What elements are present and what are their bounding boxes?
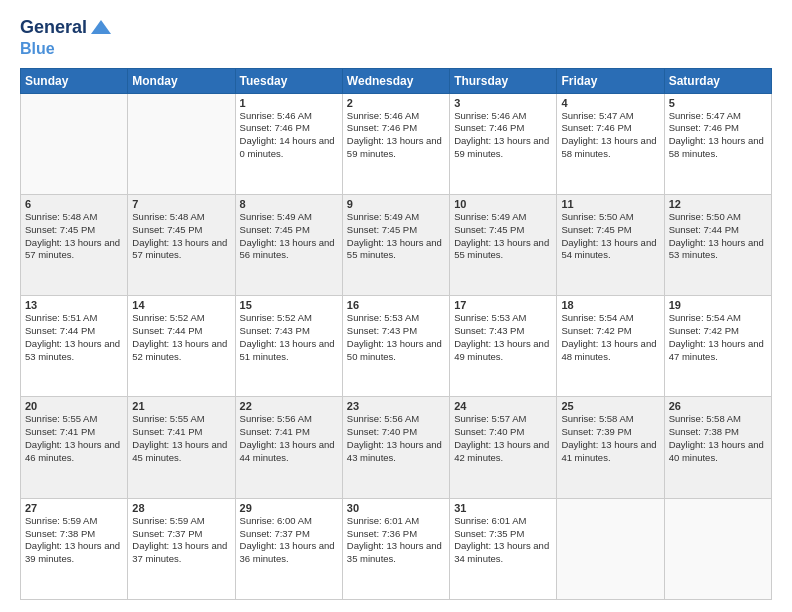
svg-marker-0	[91, 20, 111, 34]
day-number: 28	[132, 502, 230, 514]
day-number: 12	[669, 198, 767, 210]
day-cell: 27Sunrise: 5:59 AM Sunset: 7:38 PM Dayli…	[21, 498, 128, 599]
day-number: 4	[561, 97, 659, 109]
day-info: Sunrise: 5:56 AM Sunset: 7:40 PM Dayligh…	[347, 413, 445, 464]
day-cell: 19Sunrise: 5:54 AM Sunset: 7:42 PM Dayli…	[664, 296, 771, 397]
day-number: 21	[132, 400, 230, 412]
day-info: Sunrise: 5:46 AM Sunset: 7:46 PM Dayligh…	[240, 110, 338, 161]
day-number: 9	[347, 198, 445, 210]
day-cell: 13Sunrise: 5:51 AM Sunset: 7:44 PM Dayli…	[21, 296, 128, 397]
day-cell: 17Sunrise: 5:53 AM Sunset: 7:43 PM Dayli…	[450, 296, 557, 397]
day-cell: 29Sunrise: 6:00 AM Sunset: 7:37 PM Dayli…	[235, 498, 342, 599]
day-info: Sunrise: 5:50 AM Sunset: 7:45 PM Dayligh…	[561, 211, 659, 262]
day-cell: 6Sunrise: 5:48 AM Sunset: 7:45 PM Daylig…	[21, 194, 128, 295]
logo: General Blue	[20, 16, 113, 58]
day-info: Sunrise: 5:55 AM Sunset: 7:41 PM Dayligh…	[25, 413, 123, 464]
day-number: 10	[454, 198, 552, 210]
day-info: Sunrise: 5:54 AM Sunset: 7:42 PM Dayligh…	[669, 312, 767, 363]
header: General Blue	[20, 16, 772, 58]
col-header-saturday: Saturday	[664, 68, 771, 93]
day-number: 1	[240, 97, 338, 109]
day-number: 3	[454, 97, 552, 109]
day-info: Sunrise: 5:48 AM Sunset: 7:45 PM Dayligh…	[132, 211, 230, 262]
day-cell: 7Sunrise: 5:48 AM Sunset: 7:45 PM Daylig…	[128, 194, 235, 295]
col-header-sunday: Sunday	[21, 68, 128, 93]
day-number: 11	[561, 198, 659, 210]
day-number: 15	[240, 299, 338, 311]
day-info: Sunrise: 6:01 AM Sunset: 7:36 PM Dayligh…	[347, 515, 445, 566]
day-number: 17	[454, 299, 552, 311]
day-cell: 26Sunrise: 5:58 AM Sunset: 7:38 PM Dayli…	[664, 397, 771, 498]
col-header-tuesday: Tuesday	[235, 68, 342, 93]
week-row-5: 27Sunrise: 5:59 AM Sunset: 7:38 PM Dayli…	[21, 498, 772, 599]
calendar-table: SundayMondayTuesdayWednesdayThursdayFrid…	[20, 68, 772, 600]
day-info: Sunrise: 6:01 AM Sunset: 7:35 PM Dayligh…	[454, 515, 552, 566]
week-row-2: 6Sunrise: 5:48 AM Sunset: 7:45 PM Daylig…	[21, 194, 772, 295]
day-info: Sunrise: 5:58 AM Sunset: 7:38 PM Dayligh…	[669, 413, 767, 464]
day-number: 6	[25, 198, 123, 210]
day-cell: 28Sunrise: 5:59 AM Sunset: 7:37 PM Dayli…	[128, 498, 235, 599]
day-cell: 23Sunrise: 5:56 AM Sunset: 7:40 PM Dayli…	[342, 397, 449, 498]
day-info: Sunrise: 6:00 AM Sunset: 7:37 PM Dayligh…	[240, 515, 338, 566]
day-number: 24	[454, 400, 552, 412]
day-info: Sunrise: 5:57 AM Sunset: 7:40 PM Dayligh…	[454, 413, 552, 464]
day-info: Sunrise: 5:53 AM Sunset: 7:43 PM Dayligh…	[347, 312, 445, 363]
day-cell: 8Sunrise: 5:49 AM Sunset: 7:45 PM Daylig…	[235, 194, 342, 295]
day-cell: 25Sunrise: 5:58 AM Sunset: 7:39 PM Dayli…	[557, 397, 664, 498]
day-info: Sunrise: 5:58 AM Sunset: 7:39 PM Dayligh…	[561, 413, 659, 464]
col-header-monday: Monday	[128, 68, 235, 93]
day-info: Sunrise: 5:46 AM Sunset: 7:46 PM Dayligh…	[347, 110, 445, 161]
day-number: 5	[669, 97, 767, 109]
day-number: 23	[347, 400, 445, 412]
day-number: 13	[25, 299, 123, 311]
day-cell: 16Sunrise: 5:53 AM Sunset: 7:43 PM Dayli…	[342, 296, 449, 397]
day-cell: 12Sunrise: 5:50 AM Sunset: 7:44 PM Dayli…	[664, 194, 771, 295]
day-number: 8	[240, 198, 338, 210]
day-cell: 15Sunrise: 5:52 AM Sunset: 7:43 PM Dayli…	[235, 296, 342, 397]
day-info: Sunrise: 5:47 AM Sunset: 7:46 PM Dayligh…	[669, 110, 767, 161]
week-row-3: 13Sunrise: 5:51 AM Sunset: 7:44 PM Dayli…	[21, 296, 772, 397]
day-cell: 9Sunrise: 5:49 AM Sunset: 7:45 PM Daylig…	[342, 194, 449, 295]
day-cell: 1Sunrise: 5:46 AM Sunset: 7:46 PM Daylig…	[235, 93, 342, 194]
day-number: 19	[669, 299, 767, 311]
day-info: Sunrise: 5:52 AM Sunset: 7:43 PM Dayligh…	[240, 312, 338, 363]
week-row-4: 20Sunrise: 5:55 AM Sunset: 7:41 PM Dayli…	[21, 397, 772, 498]
day-cell: 22Sunrise: 5:56 AM Sunset: 7:41 PM Dayli…	[235, 397, 342, 498]
day-cell: 3Sunrise: 5:46 AM Sunset: 7:46 PM Daylig…	[450, 93, 557, 194]
day-cell: 21Sunrise: 5:55 AM Sunset: 7:41 PM Dayli…	[128, 397, 235, 498]
logo-general: General	[20, 18, 87, 38]
day-info: Sunrise: 5:52 AM Sunset: 7:44 PM Dayligh…	[132, 312, 230, 363]
day-cell: 24Sunrise: 5:57 AM Sunset: 7:40 PM Dayli…	[450, 397, 557, 498]
day-cell: 10Sunrise: 5:49 AM Sunset: 7:45 PM Dayli…	[450, 194, 557, 295]
day-info: Sunrise: 5:51 AM Sunset: 7:44 PM Dayligh…	[25, 312, 123, 363]
day-info: Sunrise: 5:59 AM Sunset: 7:37 PM Dayligh…	[132, 515, 230, 566]
day-cell	[21, 93, 128, 194]
day-info: Sunrise: 5:54 AM Sunset: 7:42 PM Dayligh…	[561, 312, 659, 363]
day-cell: 20Sunrise: 5:55 AM Sunset: 7:41 PM Dayli…	[21, 397, 128, 498]
day-cell: 14Sunrise: 5:52 AM Sunset: 7:44 PM Dayli…	[128, 296, 235, 397]
day-info: Sunrise: 5:46 AM Sunset: 7:46 PM Dayligh…	[454, 110, 552, 161]
week-row-1: 1Sunrise: 5:46 AM Sunset: 7:46 PM Daylig…	[21, 93, 772, 194]
day-info: Sunrise: 5:48 AM Sunset: 7:45 PM Dayligh…	[25, 211, 123, 262]
day-info: Sunrise: 5:53 AM Sunset: 7:43 PM Dayligh…	[454, 312, 552, 363]
day-cell: 31Sunrise: 6:01 AM Sunset: 7:35 PM Dayli…	[450, 498, 557, 599]
day-info: Sunrise: 5:50 AM Sunset: 7:44 PM Dayligh…	[669, 211, 767, 262]
day-info: Sunrise: 5:49 AM Sunset: 7:45 PM Dayligh…	[240, 211, 338, 262]
calendar-header-row: SundayMondayTuesdayWednesdayThursdayFrid…	[21, 68, 772, 93]
col-header-friday: Friday	[557, 68, 664, 93]
logo-blue: Blue	[20, 40, 113, 58]
day-cell	[664, 498, 771, 599]
day-cell: 11Sunrise: 5:50 AM Sunset: 7:45 PM Dayli…	[557, 194, 664, 295]
day-number: 20	[25, 400, 123, 412]
day-info: Sunrise: 5:56 AM Sunset: 7:41 PM Dayligh…	[240, 413, 338, 464]
day-number: 16	[347, 299, 445, 311]
day-number: 31	[454, 502, 552, 514]
day-number: 29	[240, 502, 338, 514]
col-header-thursday: Thursday	[450, 68, 557, 93]
day-number: 26	[669, 400, 767, 412]
day-number: 30	[347, 502, 445, 514]
day-number: 14	[132, 299, 230, 311]
day-cell: 4Sunrise: 5:47 AM Sunset: 7:46 PM Daylig…	[557, 93, 664, 194]
day-info: Sunrise: 5:49 AM Sunset: 7:45 PM Dayligh…	[454, 211, 552, 262]
day-cell: 18Sunrise: 5:54 AM Sunset: 7:42 PM Dayli…	[557, 296, 664, 397]
